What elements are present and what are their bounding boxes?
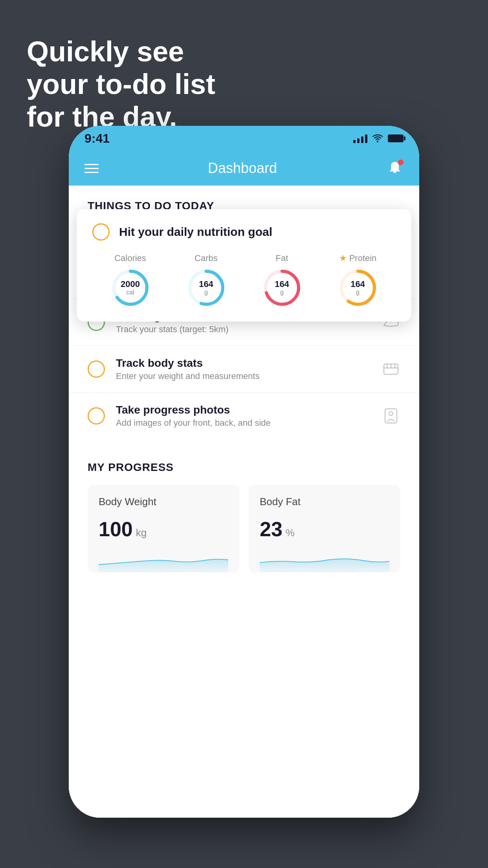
body-weight-card-title: Body Weight — [99, 496, 228, 508]
status-bar: 9:41 — [69, 126, 419, 151]
notification-dot — [398, 160, 404, 165]
stat-carbs: Carbs 164 g — [187, 253, 226, 307]
app-headline: Quickly see your to-do list for the day. — [27, 35, 215, 133]
body-stats-subtitle: Enter your weight and measurements — [116, 371, 371, 381]
todo-item-progress-photos[interactable]: Take progress photos Add images of your … — [69, 392, 419, 439]
protein-value: 164 — [350, 280, 365, 289]
protein-ring: 164 g — [338, 268, 378, 307]
nutrition-card-title-row: Hit your daily nutrition goal — [92, 223, 396, 241]
body-stats-title: Track body stats — [116, 357, 371, 370]
body-fat-value-row: 23 % — [260, 517, 389, 541]
status-time: 9:41 — [84, 131, 110, 146]
wifi-icon — [372, 134, 383, 143]
scale-icon — [382, 360, 400, 379]
nutrition-card-title: Hit your daily nutrition goal — [119, 225, 272, 239]
fat-ring: 164 g — [262, 268, 302, 307]
body-fat-card-title: Body Fat — [260, 496, 389, 508]
protein-unit: g — [350, 289, 365, 296]
content-area: THINGS TO DO TODAY Hit your daily nutrit… — [69, 186, 419, 818]
body-fat-card[interactable]: Body Fat 23 % — [249, 485, 400, 572]
body-weight-value: 100 — [99, 517, 133, 541]
body-weight-card[interactable]: Body Weight 100 kg — [88, 485, 239, 572]
nutrition-stats-row: Calories 2000 cal Carbs — [92, 253, 396, 307]
carbs-unit: g — [199, 289, 213, 296]
protein-star-icon: ★ — [339, 253, 347, 263]
status-icons — [353, 134, 404, 143]
body-weight-unit: kg — [136, 527, 147, 539]
stat-protein: ★ Protein 164 g — [338, 253, 378, 307]
fat-label: Fat — [276, 253, 288, 263]
stat-calories: Calories 2000 cal — [111, 253, 150, 307]
header-title: Dashboard — [208, 160, 277, 177]
nutrition-check-circle[interactable] — [92, 223, 110, 241]
progress-section: MY PROGRESS Body Weight 100 kg — [69, 447, 419, 572]
body-weight-chart — [99, 549, 228, 572]
phone-frame: 9:41 Dashboard — [69, 126, 419, 818]
carbs-ring: 164 g — [187, 268, 226, 307]
calories-value: 2000 — [121, 280, 140, 289]
fat-value: 164 — [275, 280, 289, 289]
body-weight-value-row: 100 kg — [99, 517, 228, 541]
fat-unit: g — [275, 289, 289, 296]
carbs-label: Carbs — [194, 253, 218, 263]
todo-item-body-stats[interactable]: Track body stats Enter your weight and m… — [69, 346, 419, 392]
progress-cards-row: Body Weight 100 kg — [88, 485, 400, 572]
progress-section-header: MY PROGRESS — [88, 461, 400, 474]
battery-icon — [388, 134, 404, 142]
svg-point-0 — [377, 141, 378, 142]
body-stats-text: Track body stats Enter your weight and m… — [116, 357, 371, 381]
carbs-value: 164 — [199, 280, 213, 289]
signal-icon — [353, 134, 367, 143]
nutrition-card: Hit your daily nutrition goal Calories 2… — [77, 209, 411, 322]
photos-text: Take progress photos Add images of your … — [116, 404, 371, 428]
notification-bell-icon[interactable] — [386, 160, 404, 177]
calories-label: Calories — [114, 253, 146, 263]
body-stats-circle — [88, 360, 105, 378]
headline-line1: Quickly see — [27, 36, 184, 67]
person-icon — [382, 406, 400, 425]
photos-title: Take progress photos — [116, 404, 371, 416]
protein-label: ★ Protein — [339, 253, 377, 263]
body-fat-value: 23 — [260, 517, 283, 541]
body-fat-chart — [260, 549, 389, 572]
headline-line2: your to-do list — [27, 68, 215, 100]
app-header: Dashboard — [69, 151, 419, 186]
calories-unit: cal — [121, 289, 140, 296]
stat-fat: Fat 164 g — [262, 253, 302, 307]
calories-ring: 2000 cal — [111, 268, 150, 307]
running-subtitle: Track your stats (target: 5km) — [116, 324, 371, 335]
photos-circle — [88, 407, 105, 425]
hamburger-menu[interactable] — [84, 164, 99, 173]
body-fat-unit: % — [286, 527, 295, 539]
protein-label-text: Protein — [349, 253, 377, 263]
photos-subtitle: Add images of your front, back, and side — [116, 418, 371, 428]
svg-point-15 — [389, 412, 393, 416]
